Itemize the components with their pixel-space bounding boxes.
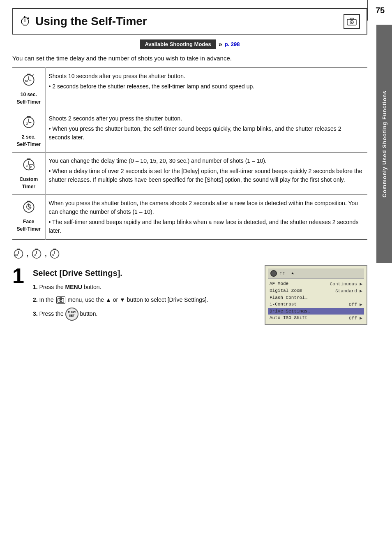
svg-rect-13 — [27, 116, 30, 117]
table-row: FaceSelf-Timer When you press the shutte… — [12, 194, 367, 239]
svg-point-27 — [28, 206, 28, 206]
svg-text:C: C — [52, 254, 54, 256]
menu-row-iso: Auto ISO Shift Off ▶ — [268, 315, 364, 322]
icon-cell-face: FaceSelf-Timer — [12, 194, 45, 239]
menu-top-label2: ★ — [291, 270, 294, 276]
menu-key: AF Mode — [270, 281, 288, 287]
step-num-1: 1. — [33, 284, 38, 290]
page-title: Using the Self-Timer — [35, 15, 147, 28]
list-item: 2 seconds before the shutter releases, t… — [49, 82, 364, 91]
modes-label: Available Shooting Modes — [140, 39, 216, 49]
step-items: 1. Press the MENU button. 2. In the — [33, 282, 261, 321]
menu-val: Off ▶ — [349, 315, 362, 321]
icons-row-10sec: 10 — [12, 247, 25, 259]
menu-key: Drive Settings… — [270, 309, 310, 314]
list-item: When you press the shutter button, the s… — [49, 125, 364, 142]
svg-rect-39 — [53, 248, 57, 249]
sidebar-label: Commonly Used Shooting Functions — [381, 90, 387, 197]
step-1-container: 1 Select [Drive Settings]. 1. Press the … — [12, 265, 367, 325]
svg-rect-7 — [27, 74, 30, 75]
icon-cell-custom: C C CustomTimer — [12, 152, 45, 194]
camera-svg-icon — [347, 17, 357, 25]
step-number: 1 — [12, 265, 29, 287]
svg-text:10: 10 — [15, 254, 18, 256]
custom-bullets: When a delay time of over 2 seconds is s… — [49, 167, 364, 184]
svg-text:C: C — [30, 165, 32, 168]
menu-row-flash: Flash Control… — [268, 294, 364, 301]
svg-text:2: 2 — [35, 254, 36, 256]
step-content: Select [Drive Settings]. 1. Press the ME… — [33, 265, 261, 323]
2sec-label: 2 sec.Self-Timer — [16, 133, 42, 148]
step-item-1: 1. Press the MENU button. — [33, 282, 261, 292]
desc-cell-face: When you press the shutter button, the c… — [45, 194, 367, 239]
svg-point-44 — [60, 300, 61, 301]
desc-cell-10sec: Shoots 10 seconds after you press the sh… — [45, 67, 367, 110]
svg-rect-25 — [27, 201, 30, 202]
comma-1: , — [26, 248, 29, 259]
menu-row-drive: Drive Settings… — [268, 308, 364, 315]
camera-menu-icon — [56, 296, 65, 304]
svg-text:10: 10 — [25, 79, 28, 83]
sidebar: Commonly Used Shooting Functions — [376, 25, 392, 263]
desc-cell-custom: You can change the delay time (0 – 10, 1… — [45, 152, 367, 194]
menu-key: i-Contrast — [270, 302, 297, 307]
list-item: When a delay time of over 2 seconds is s… — [49, 167, 364, 184]
icons-row: 10 , 2 , C — [12, 247, 367, 259]
menu-key: Digital Zoom — [270, 288, 302, 294]
svg-point-28 — [29, 206, 30, 206]
icons-row-custom: C — [48, 247, 61, 259]
svg-line-8 — [32, 74, 34, 76]
menu-key: Flash Control… — [270, 295, 307, 300]
menu-row-afmode: AF Mode Continuous ▶ — [268, 280, 364, 287]
modes-arrow: » — [219, 41, 222, 48]
svg-rect-18 — [27, 158, 30, 160]
10sec-main-desc: Shoots 10 seconds after you press the sh… — [49, 73, 185, 79]
step-num-3: 3. — [33, 310, 38, 317]
menu-top-bar: ↑↑ ★ — [268, 268, 364, 279]
custom-main-desc: You can change the delay time (0 – 10, 1… — [49, 157, 267, 164]
icon-cell-10sec: 10 10 sec.Self-Timer — [12, 67, 45, 110]
10sec-bullets: 2 seconds before the shutter releases, t… — [49, 82, 364, 91]
menu-key: Auto ISO Shift — [270, 315, 307, 321]
svg-text:2: 2 — [26, 122, 28, 125]
svg-rect-31 — [17, 248, 20, 249]
menu-val: Off ▶ — [349, 302, 362, 307]
modes-bar: Available Shooting Modes » p. 298 — [12, 39, 367, 49]
10sec-timer-icon: 10 — [21, 72, 36, 87]
face-timer-icon — [21, 199, 36, 214]
step-num-2: 2. — [33, 296, 38, 303]
menu-row-contrast: i-Contrast Off ▶ — [268, 301, 364, 308]
page-number: 75 — [367, 0, 392, 21]
face-bullets: The self-timer sound beeps rapidly and t… — [49, 218, 364, 235]
icon-cell-2sec: 2 2 sec.Self-Timer — [12, 110, 45, 152]
2sec-timer-icon: 2 — [21, 114, 36, 129]
table-row: C C CustomTimer You can change the delay… — [12, 152, 367, 194]
modes-link: p. 298 — [225, 41, 240, 47]
step-title: Select [Drive Settings]. — [33, 268, 261, 278]
10sec-label: 10 sec.Self-Timer — [16, 91, 42, 106]
table-row: 10 10 sec.Self-Timer Shoots 10 seconds a… — [12, 67, 367, 110]
2sec-bullets: When you press the shutter button, the s… — [49, 125, 364, 142]
svg-rect-35 — [35, 248, 38, 249]
title-section: ⏱ Using the Self-Timer — [12, 8, 367, 35]
svg-point-3 — [351, 22, 353, 23]
self-timer-icon: ⏱ — [20, 15, 31, 28]
camera-menu-screenshot: ↑↑ ★ AF Mode Continuous ▶ Digital Zoom S… — [265, 265, 367, 325]
main-content: ⏱ Using the Self-Timer Available Shootin… — [12, 8, 367, 325]
step-item-2: 2. In the menu, use the ▲ or ▼ button to… — [33, 295, 261, 305]
menu-row-dzoom: Digital Zoom Standard ▶ — [268, 287, 364, 294]
intro-text: You can set the time delay and the numbe… — [12, 54, 367, 63]
svg-rect-2 — [350, 18, 353, 20]
list-item: The self-timer sound beeps rapidly and t… — [49, 218, 364, 235]
2sec-main-desc: Shoots 2 seconds after you press the shu… — [49, 115, 182, 122]
face-timer-label: FaceSelf-Timer — [16, 218, 42, 233]
menu-val: Standard ▶ — [335, 288, 362, 294]
menu-val: Continuous ▶ — [330, 281, 362, 287]
camera-mode-icon — [344, 14, 360, 29]
menu-bold: MENU — [65, 284, 82, 290]
func-set-button: FUNCSET — [65, 308, 78, 321]
desc-cell-2sec: Shoots 2 seconds after you press the shu… — [45, 110, 367, 152]
icons-row-2sec: 2 — [30, 247, 43, 259]
menu-top-label1: ↑↑ — [279, 271, 285, 276]
step-screenshot: ↑↑ ★ AF Mode Continuous ▶ Digital Zoom S… — [265, 265, 367, 325]
